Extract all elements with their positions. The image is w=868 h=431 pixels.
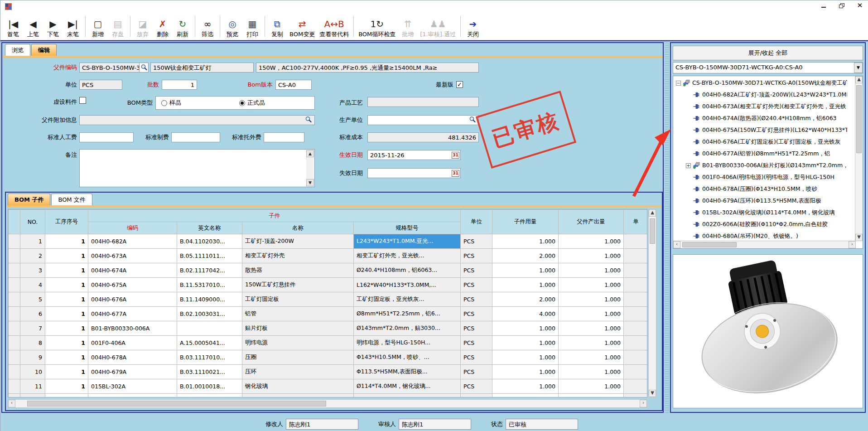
cell-spec[interactable]: Φ113.5*H5MM,表面阳极... bbox=[354, 365, 461, 379]
cell-next[interactable] bbox=[624, 234, 648, 249]
parent-code-search-button[interactable] bbox=[140, 63, 149, 73]
cell-unit[interactable]: PCS bbox=[461, 292, 492, 307]
cell-seq[interactable]: 1 bbox=[45, 263, 88, 278]
cell-code[interactable]: 004H0-682A bbox=[88, 234, 177, 249]
cell-selector[interactable] bbox=[9, 321, 20, 336]
cell-parent-qty[interactable]: 1.000 bbox=[559, 263, 624, 278]
cell-selector[interactable] bbox=[9, 307, 20, 321]
filter-button[interactable]: ∞ 筛选 bbox=[198, 14, 217, 39]
tree-horizontal-scrollbar[interactable]: ‹ › bbox=[673, 241, 856, 248]
tree-node[interactable]: 015BL-302A(钢化玻璃)(Ø114*T4.0MM，钢化玻璃 bbox=[673, 207, 847, 218]
cell-en-name[interactable] bbox=[177, 321, 242, 336]
copy-button[interactable]: ⧉ 复制 bbox=[267, 14, 287, 39]
cell-next[interactable] bbox=[624, 249, 648, 263]
cell-en-name[interactable]: B.03.1110021... bbox=[177, 365, 242, 379]
cell-selector[interactable] bbox=[9, 234, 20, 249]
cell-en-name[interactable]: B.40.2540... bbox=[177, 394, 242, 398]
bom-change-button[interactable]: ⇄ BOM变更 bbox=[287, 14, 317, 39]
approve-pass-button[interactable]: ♟♟ [1.审核].通过 bbox=[418, 14, 458, 39]
150W工矿灯悬挂件[interactable]: 4 1 004H0-675A B.11.5317010... 150W工矿灯悬挂… bbox=[9, 278, 648, 292]
cell-selector[interactable] bbox=[9, 394, 20, 398]
cell-selector[interactable] bbox=[9, 292, 20, 307]
tree-vertical-scrollbar[interactable]: ▲ ▼ bbox=[855, 76, 863, 241]
scroll-thumb[interactable] bbox=[27, 401, 326, 407]
cell-en-name[interactable]: B.02.1003031... bbox=[177, 307, 242, 321]
cell-en-name[interactable]: B.03.1117010... bbox=[177, 350, 242, 365]
close-window-button[interactable]: ✕ bbox=[856, 1, 864, 10]
cell-name[interactable]: 钢化玻璃 bbox=[242, 379, 354, 394]
cell-next[interactable] bbox=[624, 379, 648, 394]
grid-horizontal-scrollbar[interactable]: ‹ › bbox=[8, 399, 647, 408]
parent-extra-search-button[interactable] bbox=[305, 116, 313, 123]
工矿灯-顶盖-200W[interactable]: 1 1 004H0-682A B.04.1102030... 工矿灯-顶盖-20… bbox=[9, 234, 648, 249]
cell-next[interactable] bbox=[624, 263, 648, 278]
压环[interactable]: 10 1 004H0-679A B.03.1110021... 压环 Φ113.… bbox=[9, 365, 648, 379]
col-header-seq[interactable]: 工序序号 bbox=[45, 210, 88, 234]
cell-selector[interactable] bbox=[9, 336, 20, 350]
cell-no[interactable]: 2 bbox=[20, 249, 45, 263]
cell-qty[interactable]: 2.000 bbox=[492, 394, 559, 398]
cell-parent-qty[interactable]: 1.000 bbox=[559, 336, 624, 350]
bom-loop-check-button[interactable]: 1↻ BOM循环检查 bbox=[356, 14, 398, 39]
scroll-thumb[interactable] bbox=[856, 85, 862, 153]
铝管[interactable]: 6 1 004H0-677A B.02.1003031... 铝管 Ø8mm*H… bbox=[9, 307, 648, 321]
cell-en-name[interactable]: B.05.1111011... bbox=[177, 249, 242, 263]
scroll-right-icon[interactable]: › bbox=[640, 400, 647, 407]
cell-seq[interactable]: 1 bbox=[45, 321, 88, 336]
cell-no[interactable]: 6 bbox=[20, 307, 45, 321]
cell-selector[interactable] bbox=[9, 379, 20, 394]
cell-code[interactable]: 004H0-677A bbox=[88, 307, 177, 321]
cell-no[interactable]: 9 bbox=[20, 350, 45, 365]
discard-button[interactable]: ◪ 放弃 bbox=[133, 14, 153, 39]
cell-name[interactable]: 150W工矿灯悬挂件 bbox=[242, 278, 354, 292]
batch-add-button[interactable]: ⇈ 批增 bbox=[398, 14, 418, 39]
cell-seq[interactable]: 1 bbox=[45, 350, 88, 365]
cell-qty[interactable]: 1.000 bbox=[492, 350, 559, 365]
std-labor-field[interactable] bbox=[79, 132, 134, 142]
cell-qty[interactable]: 1.000 bbox=[492, 263, 559, 278]
cell-selector[interactable] bbox=[9, 278, 20, 292]
tree-node[interactable]: 004H0-678A(压圈)(Φ143*H10.5MM，喷砂 bbox=[673, 183, 847, 195]
tree-expander-icon[interactable]: + bbox=[686, 163, 691, 168]
cell-parent-qty[interactable]: 1.000 bbox=[559, 321, 624, 336]
virtual-part-checkbox[interactable] bbox=[79, 97, 86, 104]
cell-no[interactable]: 12 bbox=[20, 394, 45, 398]
bom-type-radio-option[interactable]: 样品 bbox=[161, 99, 181, 107]
cell-code[interactable]: 004H0-676A bbox=[88, 292, 177, 307]
cell-spec[interactable]: 明纬电源，型号HLG-150H... bbox=[354, 336, 461, 350]
cell-parent-qty[interactable]: 1.000 bbox=[559, 249, 624, 263]
cell-name[interactable]: 工矿灯固定板 bbox=[242, 292, 354, 307]
cell-no[interactable]: 5 bbox=[20, 292, 45, 307]
cell-code[interactable]: 004H0-675A bbox=[88, 278, 177, 292]
minimize-button[interactable] bbox=[820, 1, 828, 10]
cell-no[interactable]: 10 bbox=[20, 365, 45, 379]
tree-node[interactable]: 001F0-406A(明纬电源)(明纬电源，型号HLG-150H bbox=[673, 171, 847, 183]
scroll-up-icon[interactable]: ▲ bbox=[306, 150, 314, 157]
bom-version-selector[interactable]: CS-BYB-O-150MW-30D71-WCTKG-A0:CS-A0 bbox=[673, 62, 863, 73]
cell-selector[interactable] bbox=[9, 350, 20, 365]
cell-seq[interactable]: 1 bbox=[45, 292, 88, 307]
restore-button[interactable] bbox=[838, 1, 846, 10]
cell-spec[interactable]: L243*W243*T1.0MM.亚光... bbox=[354, 234, 461, 249]
cell-qty[interactable]: 1.000 bbox=[492, 278, 559, 292]
cell-en-name[interactable]: A.15.0005041... bbox=[177, 336, 242, 350]
cell-name[interactable]: 贴片灯板 bbox=[242, 321, 354, 336]
cell-seq[interactable]: 1 bbox=[45, 379, 88, 394]
cell-name[interactable]: 压圈 bbox=[242, 350, 354, 365]
cell-no[interactable]: 8 bbox=[20, 336, 45, 350]
close-button[interactable]: ➔ 关闭 bbox=[463, 14, 483, 39]
cell-en-name[interactable]: B.01.0010018... bbox=[177, 379, 242, 394]
cell-next[interactable] bbox=[624, 350, 648, 365]
cell-parent-qty[interactable]: 1.000 bbox=[559, 234, 624, 249]
scroll-down-icon[interactable]: ▼ bbox=[649, 390, 656, 397]
latest-version-checkbox[interactable] bbox=[456, 81, 463, 88]
effective-date-field[interactable]: 2015-11-26 31 bbox=[367, 150, 461, 160]
cell-unit[interactable]: PCS bbox=[461, 350, 492, 365]
bom-type-radio-option[interactable]: 正式品 bbox=[239, 99, 265, 107]
cell-unit[interactable]: PCS bbox=[461, 379, 492, 394]
cell-name[interactable]: 相变工矿灯外壳 bbox=[242, 249, 354, 263]
grid-vertical-scrollbar[interactable]: ▲ ▼ bbox=[648, 209, 656, 397]
col-header-parent-qty[interactable]: 父件产出量 bbox=[559, 210, 624, 234]
cell-unit[interactable]: PCS bbox=[461, 365, 492, 379]
col-header-code[interactable]: 编码 bbox=[88, 222, 177, 234]
